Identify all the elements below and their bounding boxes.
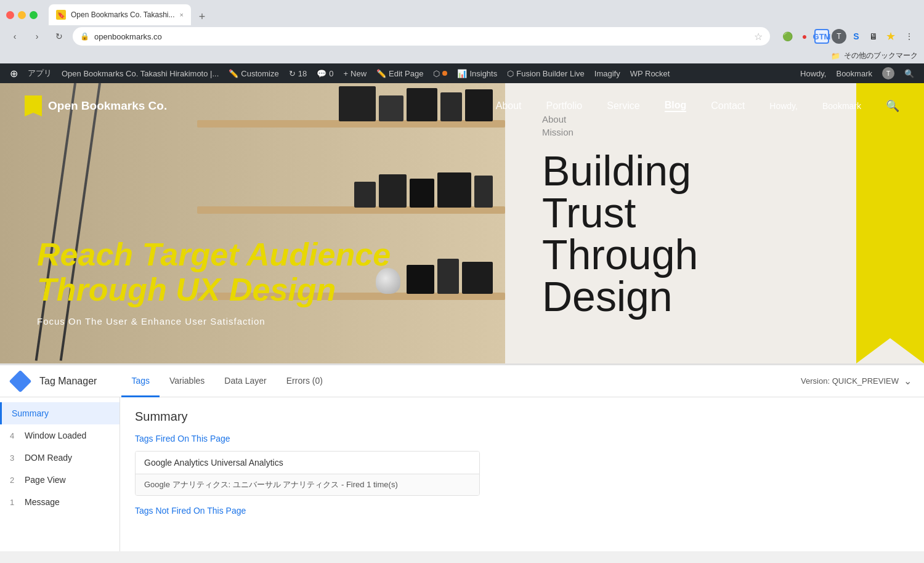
maximize-button[interactable] [30,11,38,19]
book-7 [437,172,471,208]
sidebar-item-summary[interactable]: Summary [0,402,120,424]
page-view-num: 2 [10,476,20,485]
site-logo[interactable]: Open Bookmarks Co. [25,95,167,116]
book-6 [474,176,493,208]
imagify-item[interactable]: Imagify [590,63,625,83]
tab-favicon: 🔖 [56,10,66,20]
tag-manager-panel: Tag Manager Tags Variables Data Layer Er… [0,363,924,551]
nav-contact[interactable]: Contact [711,100,745,111]
new-icon: + [343,69,348,78]
sidebar-item-message[interactable]: 1 Message [0,491,120,513]
avada-icon: ⬡ [433,69,440,78]
site-name-item[interactable]: Open Bookmarks Co. Takashi Hirakimoto |.… [57,63,224,83]
tag-card: Google Analytics Universal Analytics Goo… [135,451,480,496]
summary-label: Summary [12,408,49,418]
tab-errors[interactable]: Errors (0) [277,365,333,397]
url-text: openbookmarks.co [94,32,749,41]
wp-logo-icon: ⊕ [10,68,18,79]
forward-button[interactable]: › [28,28,46,45]
tab-variables[interactable]: Variables [160,365,214,397]
wp-rocket-item[interactable]: WP Rocket [625,63,675,83]
minimize-button[interactable] [18,11,26,19]
tm-logo-diamond [9,370,32,392]
nav-blog[interactable]: Blog [665,100,687,112]
comments-item[interactable]: 💬 0 [312,63,338,83]
dom-ready-num: 3 [10,453,20,463]
orange-dot [442,71,447,76]
howdy-item[interactable]: Howdy, [795,63,831,83]
ext-grammarly-icon[interactable]: 🟢 [780,29,795,44]
book-10 [354,182,376,208]
reload-button[interactable]: ↻ [51,28,68,45]
sidebar-item-dom-ready[interactable]: 3 DOM Ready [0,447,120,469]
insights-item[interactable]: 📊 Insights [452,63,502,83]
tm-logo: Tag Manager [12,373,97,389]
nav-service[interactable]: Service [607,100,639,111]
avada-item[interactable]: ⬡ [428,63,452,83]
updates-icon: ↻ [289,69,296,78]
wp-admin-bar: ⊕ アプリ Open Bookmarks Co. Takashi Hirakim… [0,63,924,83]
hero-subtext: Focus On The User & Enhance User Satisfa… [37,316,468,326]
bookmark-btn[interactable]: Bookmark [831,63,877,83]
ext-screen-icon[interactable]: 🖥 [866,29,881,44]
new-tab-button[interactable]: + [193,8,211,25]
title-bar: 🔖 Open Bookmarks Co. Takashi... × + [0,0,924,25]
tab-tags[interactable]: Tags [121,365,160,397]
bookmark-nav-label[interactable]: Bookmark [822,101,861,111]
dom-ready-label: DOM Ready [25,453,72,463]
tag-card-body: Google アナリティクス: ユニバーサル アナリティクス - Fired 1… [136,474,479,495]
user-avatar[interactable]: T [877,63,899,83]
bookmarks-icon: 📁 [831,52,840,60]
back-button[interactable]: ‹ [6,28,23,45]
chrome-menu-icon[interactable]: ⋮ [901,28,918,45]
message-label: Message [25,497,60,507]
user-icon: T [882,67,894,79]
url-bar[interactable]: 🔒 openbookmarks.co ☆ [73,27,770,46]
updates-count: 18 [298,69,307,78]
site-header: Open Bookmarks Co. About Portfolio Servi… [0,83,924,129]
tab-title: Open Bookmarks Co. Takashi... [71,10,175,19]
insights-label: Insights [469,69,497,78]
tags-fired-link[interactable]: Tags Fired On This Page [135,434,909,444]
active-tab[interactable]: 🔖 Open Bookmarks Co. Takashi... × [49,4,191,25]
wp-rocket-label: WP Rocket [630,69,670,78]
imagify-label: Imagify [594,69,620,78]
ext-s-icon[interactable]: S [849,29,864,44]
comments-icon: 💬 [317,69,326,78]
new-item[interactable]: + New [338,63,371,83]
ext-yellow-icon[interactable]: ★ [883,29,898,44]
address-bar: ‹ › ↻ 🔒 openbookmarks.co ☆ 🟢 ● GTM T S 🖥… [0,25,924,49]
wp-logo-item[interactable]: ⊕ [5,63,23,83]
tab-data-layer[interactable]: Data Layer [214,365,276,397]
fusion-builder-item[interactable]: ⬡ Fusion Builder Live [502,63,590,83]
tab-close-icon[interactable]: × [180,11,184,18]
extension-icons: 🟢 ● GTM T S 🖥 ★ ⋮ [780,28,918,45]
customize-label: Customize [241,69,278,78]
ext-gtm-icon[interactable]: GTM [814,29,829,44]
tm-chevron-icon[interactable]: ⌄ [904,375,912,387]
sidebar-item-page-view[interactable]: 2 Page View [0,469,120,491]
apps-item[interactable]: アプリ [23,63,57,83]
customize-item[interactable]: ✏️ Customize [224,63,283,83]
tm-version-label: Version: QUICK_PREVIEW [801,376,899,386]
fusion-icon: ⬡ [507,69,514,78]
bookmark-btn-label: Bookmark [836,69,872,78]
updates-item[interactable]: ↻ 18 [284,63,312,83]
tags-not-fired-link[interactable]: Tags Not Fired On This Page [135,506,909,516]
nav-about[interactable]: About [496,100,522,111]
ext-red-icon[interactable]: ● [797,29,812,44]
logo-text: Open Bookmarks Co. [48,99,167,113]
bookmarks-label[interactable]: その他のブックマーク [844,51,918,61]
edit-page-item[interactable]: ✏️ Edit Page [371,63,428,83]
profile-avatar[interactable]: T [832,29,846,44]
nav-portfolio[interactable]: Portfolio [546,100,583,111]
search-site-icon[interactable]: 🔍 [886,99,899,113]
close-button[interactable] [6,11,14,19]
search-admin-item[interactable]: 🔍 [899,63,919,83]
tab-bar: 🔖 Open Bookmarks Co. Takashi... × + [43,4,217,25]
tm-tabs: Tags Variables Data Layer Errors (0) [121,365,333,397]
bookmark-star-icon[interactable]: ☆ [754,31,763,43]
lock-icon: 🔒 [80,32,89,41]
sidebar-item-window-loaded[interactable]: 4 Window Loaded [0,424,120,447]
howdy-nav: Howdy, [769,101,798,111]
